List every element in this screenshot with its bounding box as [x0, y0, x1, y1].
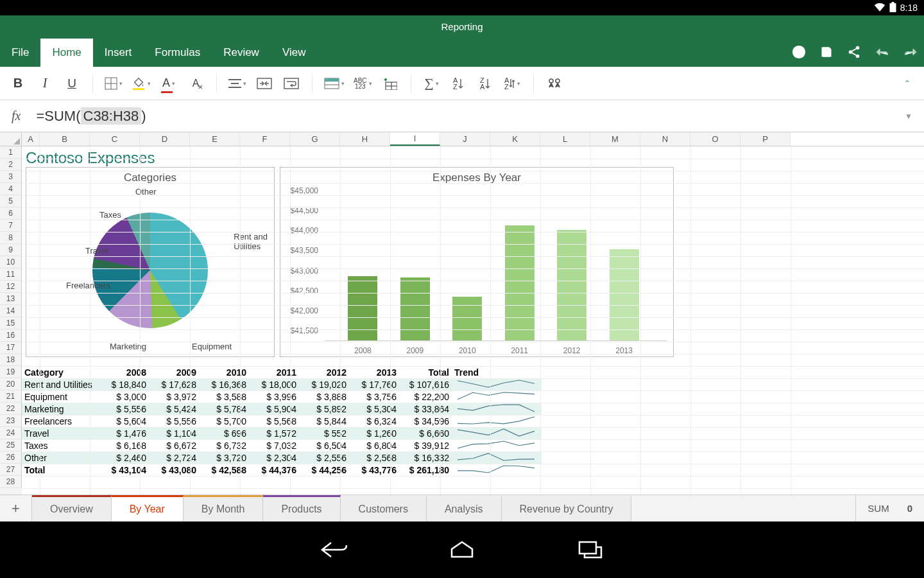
- value-cell[interactable]: $ 43,080: [149, 465, 199, 475]
- back-button[interactable]: [314, 537, 353, 563]
- value-cell[interactable]: $ 16,332: [399, 453, 452, 463]
- smiley-icon[interactable]: [792, 45, 806, 59]
- col-header-O[interactable]: O: [690, 132, 740, 146]
- value-cell[interactable]: 2013: [349, 367, 399, 378]
- value-cell[interactable]: 2009: [149, 367, 199, 378]
- home-button[interactable]: [443, 537, 481, 563]
- value-cell[interactable]: $ 5,568: [249, 416, 299, 426]
- tab-view[interactable]: View: [271, 39, 318, 67]
- sparkline-cell[interactable]: [452, 464, 542, 477]
- row-header-2[interactable]: 2: [0, 159, 22, 171]
- col-header-H[interactable]: H: [340, 132, 390, 146]
- underline-button[interactable]: U: [63, 73, 81, 94]
- value-cell[interactable]: $ 5,700: [199, 416, 249, 426]
- col-header-G[interactable]: G: [290, 132, 340, 146]
- find-button[interactable]: [545, 73, 563, 94]
- category-cell[interactable]: Total: [22, 465, 99, 475]
- bold-button[interactable]: B: [9, 73, 27, 94]
- value-cell[interactable]: $ 2,460: [99, 453, 149, 463]
- fx-icon[interactable]: fx: [12, 109, 21, 123]
- insert-row-button[interactable]: [381, 73, 399, 94]
- row-header-12[interactable]: 12: [0, 281, 22, 293]
- row-header-17[interactable]: 17: [0, 342, 22, 354]
- category-cell[interactable]: Freelancers: [22, 416, 99, 426]
- value-cell[interactable]: $ 43,776: [349, 465, 399, 475]
- category-cell[interactable]: Equipment: [22, 392, 99, 402]
- row-header-23[interactable]: 23: [0, 415, 22, 427]
- clear-format-button[interactable]: A✕: [187, 73, 205, 94]
- tab-formulas[interactable]: Formulas: [143, 39, 212, 67]
- tab-review[interactable]: Review: [212, 39, 271, 67]
- value-cell[interactable]: Total: [399, 367, 452, 378]
- undo-icon[interactable]: [875, 46, 889, 58]
- value-cell[interactable]: $ 1,260: [349, 428, 399, 439]
- row-header-22[interactable]: 22: [0, 403, 22, 415]
- value-cell[interactable]: 2008: [99, 367, 149, 378]
- sheet-tab-revenue[interactable]: Revenue by Country: [502, 495, 632, 521]
- align-button[interactable]: [228, 73, 246, 94]
- sheet-tab-analysis[interactable]: Analysis: [427, 495, 502, 521]
- value-cell[interactable]: $ 552: [299, 428, 349, 439]
- value-cell[interactable]: $ 3,588: [199, 392, 249, 402]
- wrap-text-button[interactable]: [282, 73, 300, 94]
- value-cell[interactable]: $ 7,032: [249, 441, 299, 451]
- cell-style-button[interactable]: [324, 73, 345, 94]
- row-header-3[interactable]: 3: [0, 171, 22, 183]
- row-header-20[interactable]: 20: [0, 378, 22, 390]
- sparkline-cell[interactable]: [452, 403, 542, 416]
- row-header-10[interactable]: 10: [0, 256, 22, 268]
- category-cell[interactable]: Rent and Utilities: [22, 380, 99, 390]
- row-header-5[interactable]: 5: [0, 195, 22, 207]
- tab-home[interactable]: Home: [40, 39, 92, 67]
- collapse-ribbon-button[interactable]: ⌃: [898, 73, 916, 94]
- row-header-21[interactable]: 21: [0, 390, 22, 403]
- value-cell[interactable]: $ 5,904: [249, 404, 299, 414]
- category-cell[interactable]: Marketing: [22, 404, 99, 414]
- sort-asc-button[interactable]: AZ: [450, 73, 468, 94]
- sheet-tab-overview[interactable]: Overview: [32, 495, 112, 521]
- merge-button[interactable]: [255, 73, 273, 94]
- sheet-tab-by-month[interactable]: By Month: [184, 495, 264, 521]
- value-cell[interactable]: $ 1,572: [249, 428, 299, 439]
- fill-color-button[interactable]: [132, 73, 151, 94]
- row-header-27[interactable]: 27: [0, 464, 22, 476]
- value-cell[interactable]: $ 3,000: [99, 392, 149, 402]
- cell-area[interactable]: Contoso Expenses Categories Other Rent a…: [22, 146, 924, 495]
- value-cell[interactable]: $ 17,760: [349, 380, 399, 390]
- value-cell[interactable]: $ 5,556: [99, 404, 149, 414]
- value-cell[interactable]: $ 107,616: [399, 380, 452, 390]
- row-header-13[interactable]: 13: [0, 293, 22, 305]
- sort-custom-button[interactable]: AZ: [504, 73, 522, 94]
- value-cell[interactable]: $ 1,476: [99, 428, 149, 439]
- row-header-7[interactable]: 7: [0, 220, 22, 232]
- col-header-C[interactable]: C: [90, 132, 140, 146]
- row-header-15[interactable]: 15: [0, 317, 22, 329]
- category-cell[interactable]: Category: [22, 367, 99, 378]
- value-cell[interactable]: 2011: [249, 367, 299, 378]
- value-cell[interactable]: $ 3,720: [199, 453, 249, 463]
- col-header-B[interactable]: B: [40, 132, 90, 146]
- select-all-corner[interactable]: [0, 132, 22, 146]
- row-header-9[interactable]: 9: [0, 244, 22, 256]
- value-cell[interactable]: $ 261,180: [399, 465, 452, 475]
- row-header-26[interactable]: 26: [0, 451, 22, 464]
- value-cell[interactable]: $ 34,596: [399, 416, 452, 426]
- value-cell[interactable]: $ 696: [199, 428, 249, 439]
- col-header-D[interactable]: D: [140, 132, 190, 146]
- sparkline-cell[interactable]: [452, 451, 542, 464]
- value-cell[interactable]: $ 18,000: [249, 380, 299, 390]
- number-format-button[interactable]: ABC123: [354, 73, 372, 94]
- col-header-N[interactable]: N: [640, 132, 690, 146]
- category-cell[interactable]: Other: [22, 453, 99, 463]
- col-header-J[interactable]: J: [440, 132, 490, 146]
- row-header-6[interactable]: 6: [0, 207, 22, 220]
- value-cell[interactable]: $ 43,104: [99, 465, 149, 475]
- row-header-19[interactable]: 19: [0, 366, 22, 378]
- col-header-E[interactable]: E: [190, 132, 240, 146]
- row-header-24[interactable]: 24: [0, 427, 22, 439]
- value-cell[interactable]: $ 6,324: [349, 416, 399, 426]
- value-cell[interactable]: $ 17,628: [149, 380, 199, 390]
- row-header-18[interactable]: 18: [0, 354, 22, 366]
- formula-bar[interactable]: fx =SUM(C38:H38) ▼: [0, 100, 924, 132]
- italic-button[interactable]: I: [36, 73, 54, 94]
